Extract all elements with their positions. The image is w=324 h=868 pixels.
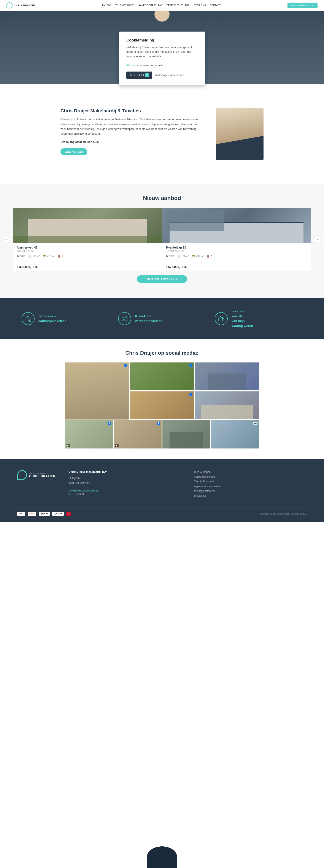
nav-over-ons[interactable]: OVER ONS (194, 4, 206, 6)
footer-phone: 0515-701000 (68, 493, 84, 496)
logo[interactable]: CHRIS DRAIJER (6, 2, 35, 8)
calendar-icon-2: 🏗 (166, 255, 168, 258)
nwwi-badge: |||NWWI (39, 512, 50, 516)
verkoop-icon (118, 312, 131, 325)
social-item-tall[interactable]: f (65, 363, 129, 420)
nieuw-aanbod-title: Nieuw aanbod (0, 195, 324, 202)
cookie-link[interactable]: Klik hier (126, 64, 136, 67)
checkmark-icon: ✓ (145, 73, 149, 77)
nav-verkopen[interactable]: WIJS VERKOPEN (115, 4, 135, 6)
area-icon-2: ⬜ (177, 255, 181, 258)
social-item-5[interactable] (195, 392, 259, 419)
cta-item-verkoop[interactable]: Ik zoek een verkoopmakelaar (114, 312, 210, 325)
social-item-7[interactable]: f ▶ (114, 421, 162, 448)
property-plot-2: 🌿 497 m² (192, 255, 203, 258)
property-area-2: ⬜ 168 m² (177, 255, 189, 258)
social-title: Chris Draijer op social media: (13, 350, 311, 356)
cookie-akkoord-button[interactable]: AKKOORD ✓ (126, 71, 152, 79)
cookie-overlay: Cookiemelding Makelaardij Draijer respec… (0, 22, 324, 95)
nav-aankoop[interactable]: AANKOOPMAKELAAR (138, 4, 162, 6)
rooms-icon-2: 🚪 (206, 255, 210, 258)
footer-link-disclaimer[interactable]: Disclaimer (194, 494, 206, 497)
footer-logo-icon (17, 470, 27, 480)
footer-link-item-2: Aankoopmakelaar (194, 475, 307, 478)
nieuw-aanbod-section: Nieuw aanbod ‹ Arumerweg 45 WITMARSUM 🏗 (0, 184, 324, 298)
cookie-modal: Cookiemelding Makelaardij Draijer respec… (119, 32, 205, 85)
facebook-badge-3: f (189, 393, 192, 396)
nav-links: AANBOD WIJS VERKOPEN AANKOOPMAKELAAR TAX… (102, 4, 221, 6)
scvm-badge: ⚓SCVM (52, 512, 64, 516)
carousel-next-button[interactable]: › (314, 236, 321, 243)
logo-icon (6, 2, 12, 8)
footer-contact: Chris Draijer Makelaardij B.V. Sluisyk 3… (68, 470, 181, 496)
vbo-badge: VBO (17, 512, 25, 516)
property-image-2 (162, 208, 311, 243)
about-description: Gevestigd in Bolsward en actief in de re… (61, 117, 203, 136)
plot-icon: 🌿 (43, 255, 46, 258)
nav-contact[interactable]: CONTACT (210, 4, 221, 6)
footer-link-voorwaarden[interactable]: Algemene voorwaarden (194, 485, 221, 488)
property-card-1[interactable]: Arumerweg 45 WITMARSUM 🏗 1870 ⬜ 127 m² 🌿 (13, 208, 162, 271)
property-card-2[interactable]: Twentelaan 10 HEERENVEEN 🏗 1966 ⬜ 168 m²… (162, 208, 311, 271)
svg-rect-3 (219, 318, 223, 321)
footer-link-item-4: Algemene voorwaarden (194, 484, 307, 488)
navbar-cta-button[interactable]: Neem vrijblijvend contact (288, 3, 318, 8)
property-rooms-1: 🚪 5 (58, 255, 63, 258)
property-price-2: € 575.000,- k.k. (162, 263, 311, 271)
about-container: Chris Draijer Makelaardij & Taxaties Gev… (43, 95, 281, 173)
cta-section: Ik zoek een aankoopmakelaar Ik zoek een … (0, 298, 324, 339)
social-grid-row2: f ▶ f ▶ 📷 (65, 421, 259, 448)
carousel-prev-button[interactable]: ‹ (3, 236, 10, 243)
facebook-badge-4: f (108, 422, 111, 425)
area-icon: ⬜ (28, 255, 32, 258)
cta-item-aankoop[interactable]: Ik zoek een aankoopmakelaar (17, 312, 114, 325)
property-location-1: WITMARSUM (17, 250, 158, 252)
social-item-3[interactable] (195, 363, 259, 390)
cta-aankoop-label1: Ik zoek een (38, 314, 66, 319)
footer-bottom: VBO funda |||NWWI ⚓SCVM R Copyright 2021… (17, 507, 307, 516)
navbar: CHRIS DRAIJER AANBOD WIJS VERKOPEN AANKO… (0, 0, 324, 11)
social-item-9[interactable]: 📷 (211, 421, 259, 448)
nav-aanbod[interactable]: AANBOD (102, 4, 111, 6)
property-location-2: HEERENVEEN (166, 250, 307, 252)
social-item-8[interactable] (162, 421, 210, 448)
social-item-4[interactable]: f (130, 392, 194, 419)
footer-top: Makelaardij CHRIS DRAIJER Chris Draijer … (17, 470, 307, 499)
footer-logo-text-wrapper: Makelaardij CHRIS DRAIJER (29, 472, 56, 478)
footer-link-aankoopmakelaar[interactable]: Aankoopmakelaar (194, 475, 215, 478)
bekijk-volledig-aanbod-button[interactable]: BEKIJK VOLLEDIG AANBOD (137, 275, 187, 283)
social-item-2[interactable]: f (130, 363, 194, 390)
social-section: Chris Draijer op social media: f f f (0, 339, 324, 459)
cta-verkoop-label1: Ik zoek een (135, 314, 162, 319)
social-item-6[interactable]: f ▶ (65, 421, 113, 448)
property-year-2: 🏗 1966 (166, 255, 174, 258)
instagram-badge: 📷 (253, 422, 257, 425)
property-name-1: Arumerweg 45 (17, 246, 158, 249)
plot-icon-2: 🌿 (192, 255, 195, 258)
footer-link-taxatie[interactable]: Taxatie Friesland (194, 480, 214, 483)
about-text: Chris Draijer Makelaardij & Taxaties Gev… (61, 108, 203, 155)
cta-waarde-label2: woning weten (232, 323, 253, 329)
property-name-2: Twentelaan 10 (166, 246, 307, 249)
about-photo (216, 108, 263, 160)
footer-links-list: Huis verkopen Aankoopmakelaar Taxatie Fr… (194, 470, 307, 497)
footer-link-huis-verkopen[interactable]: Huis verkopen (194, 470, 210, 473)
property-plot-1: 🌿 410 m² (43, 255, 55, 258)
nav-taxatie[interactable]: TAXATIE FRIESLAND (166, 4, 190, 6)
cookie-settings-button[interactable]: Instellingen aanpassen (155, 73, 184, 77)
waarde-icon: € (215, 312, 228, 325)
footer-logo-makelaardij: Makelaardij (29, 472, 56, 474)
facebook-badge: f (124, 364, 127, 367)
cookie-actions: AKKOORD ✓ Instellingen aanpassen (126, 71, 198, 79)
social-play-icon: ▶ (67, 444, 70, 447)
cta-item-waarde[interactable]: € Ik wil de waarde van mijn woning weten (210, 309, 307, 328)
funda-badge: funda (28, 512, 36, 516)
footer-link-privacy[interactable]: Privacy Statement (194, 490, 215, 493)
hero-section: Uw belang staat als eenhuis! Cookiemeldi… (0, 11, 324, 84)
aankoop-icon (22, 312, 35, 325)
property-specs-2: 🏗 1966 ⬜ 168 m² 🌿 497 m² 🚪 (166, 255, 307, 258)
lees-verder-button[interactable]: LEES VERDER (61, 148, 87, 155)
footer-logo-name: CHRIS DRAIJER (29, 474, 56, 478)
footer-badges: VBO funda |||NWWI ⚓SCVM R (17, 512, 71, 516)
footer-email-link[interactable]: info@makelaardijdraijer.nl (68, 489, 98, 492)
